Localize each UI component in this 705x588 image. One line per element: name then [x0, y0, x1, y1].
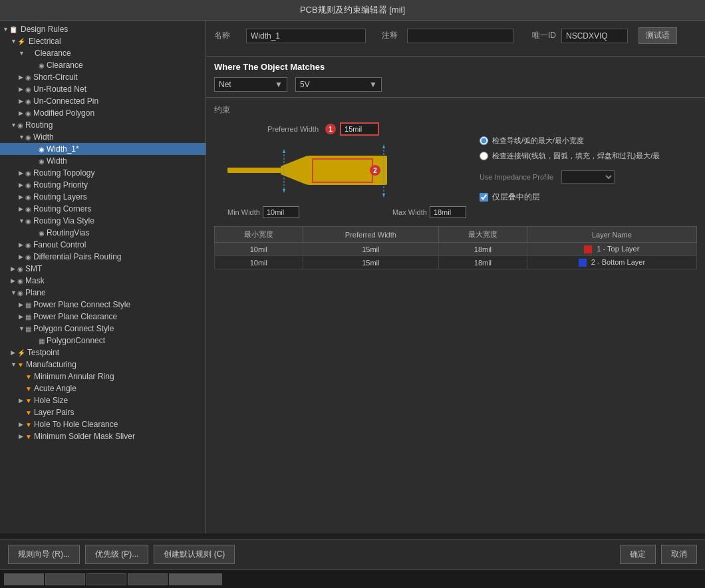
- table-row[interactable]: 10mil 15mil 18mil 1 - Top Layer: [215, 243, 697, 256]
- name-input[interactable]: [246, 29, 366, 43]
- tree-item-un-routed[interactable]: ▶ ◉ Un-Routed Net: [0, 83, 206, 95]
- max-input[interactable]: [430, 206, 466, 218]
- tree-item-acute-angle[interactable]: ▼ Acute Angle: [0, 382, 206, 394]
- minmax-row: Min Width Max Width: [227, 206, 466, 218]
- tree-item-hole-to-hole[interactable]: ▶ ▼ Hole To Hole Clearance: [0, 418, 206, 430]
- status-item-2: [45, 573, 85, 585]
- cancel-button[interactable]: 取消: [661, 545, 697, 564]
- radio-label-2: 检查连接铜(线轨，圆弧，填充，焊盘和过孔)最大/最: [492, 151, 660, 161]
- create-default-button[interactable]: 创建默认规则 (C): [154, 545, 235, 564]
- col-header-pref: Preferred Width: [303, 227, 438, 243]
- tree-item-clearance-group[interactable]: ▼ Clearance: [0, 47, 206, 59]
- status-item-4: [128, 573, 168, 585]
- diagram-wrapper: Preferred Width 1: [214, 122, 697, 218]
- tree-item-testpoint[interactable]: ▶ ⚡ Testpoint: [0, 347, 206, 359]
- width-table: 最小宽度 Preferred Width 最大宽度 Layer Name 10m…: [214, 226, 697, 269]
- svg-marker-8: [382, 194, 385, 198]
- tree-item-routing-vias[interactable]: ◉ RoutingVias: [0, 227, 206, 239]
- net-value-label: 5V: [300, 80, 310, 89]
- tree-item-routing[interactable]: ▼ ◉ Routing: [0, 119, 206, 131]
- tree-icon: ▦: [25, 325, 31, 333]
- comment-input[interactable]: [407, 29, 513, 43]
- tree-icon: ◉: [39, 62, 45, 69]
- dropdown-arrow: ▼: [369, 80, 377, 89]
- tree-label: Routing Priority: [33, 180, 88, 190]
- checkbox-row[interactable]: 仅层叠中的层: [480, 192, 697, 203]
- tree-label: Differential Pairs Routing: [33, 252, 122, 261]
- tree-item-power-plane-clearance[interactable]: ▶ ▦ Power Plane Clearance: [0, 311, 206, 323]
- tree-item-hole-size[interactable]: ▶ ▼ Hole Size: [0, 394, 206, 406]
- status-item-1: [4, 573, 44, 585]
- tree-item-routing-topology[interactable]: ▶ ◉ Routing Topology: [0, 167, 206, 179]
- tree-icon: ◉: [25, 241, 31, 249]
- priority-button[interactable]: 优先级 (P)...: [85, 545, 148, 564]
- test-button[interactable]: 测试语: [638, 27, 677, 44]
- expand-arrow: ▶: [19, 110, 25, 116]
- radio-group: 检查导线/弧的最大/最小宽度 检查连接铜(线轨，圆弧，填充，焊盘和过孔)最大/最: [480, 136, 697, 161]
- tree-item-width-1[interactable]: ◉ Width_1*: [0, 143, 206, 155]
- table-row[interactable]: 10mil 15mil 18mil 2 - Bottom Layer: [215, 256, 697, 269]
- tree-item-clearance[interactable]: ◉ Clearance: [0, 59, 206, 71]
- tree-item-fanout[interactable]: ▶ ◉ Fanout Control: [0, 239, 206, 251]
- tree-item-smt[interactable]: ▶ ◉ SMT: [0, 263, 206, 275]
- tree-label: Acute Angle: [34, 384, 76, 393]
- wizard-button[interactable]: 规则向导 (R)...: [8, 545, 80, 564]
- radio-1[interactable]: [480, 136, 488, 145]
- tree-item-routing-corners[interactable]: ▶ ◉ Routing Corners: [0, 203, 206, 215]
- ok-button[interactable]: 确定: [620, 545, 656, 564]
- tree-item-plane[interactable]: ▼ ◉ Plane: [0, 287, 206, 299]
- layer-color-badge: [579, 259, 587, 267]
- tree-label: Modified Polygon: [33, 108, 94, 118]
- max-label: Max Width: [392, 208, 427, 216]
- tree-item-polygon-connect-item[interactable]: ▦ PolygonConnect: [0, 335, 206, 347]
- expand-arrow: ▼: [11, 38, 17, 45]
- preferred-input[interactable]: [341, 124, 378, 134]
- tree-item-modified-polygon[interactable]: ▶ ◉ Modified Polygon: [0, 107, 206, 119]
- impedance-select[interactable]: [561, 170, 615, 184]
- tree-icon: ◉: [25, 74, 31, 81]
- min-input[interactable]: [263, 206, 299, 218]
- tree-item-mask[interactable]: ▶ ◉ Mask: [0, 275, 206, 287]
- where-title: Where The Object Matches: [214, 62, 697, 72]
- radio-2[interactable]: [480, 152, 488, 160]
- radio-item-2[interactable]: 检查连接铜(线轨，圆弧，填充，焊盘和过孔)最大/最: [480, 151, 697, 161]
- tree-item-power-plane-connect[interactable]: ▶ ▦ Power Plane Connect Style: [0, 299, 206, 311]
- expand-arrow: ▶: [19, 313, 25, 320]
- tree-label: Manufacturing: [26, 360, 76, 369]
- tree-item-width[interactable]: ◉ Width: [0, 155, 206, 167]
- tree-item-routing-priority[interactable]: ▶ ◉ Routing Priority: [0, 179, 206, 191]
- svg-marker-5: [283, 189, 285, 193]
- tree-item-routing-via-style[interactable]: ▼ ◉ Routing Via Style: [0, 215, 206, 227]
- expand-arrow: ▼: [19, 218, 25, 224]
- net-dropdown[interactable]: Net ▼: [214, 77, 287, 92]
- tree-icon: ▼: [25, 373, 32, 380]
- tree-item-min-solder-mask[interactable]: ▶ ▼ Minimum Solder Mask Sliver: [0, 430, 206, 442]
- tree-item-manufacturing[interactable]: ▼ ▼ Manufacturing: [0, 359, 206, 370]
- expand-arrow: ▶: [19, 253, 25, 260]
- tree-item-un-connected[interactable]: ▶ ◉ Un-Connected Pin: [0, 95, 206, 107]
- tree-item-width-group[interactable]: ▼ ◉ Width: [0, 131, 206, 143]
- id-input[interactable]: [561, 29, 628, 43]
- tree-panel: ▼ 📋 Design Rules ▼ ⚡ Electrical ▼ Cleara…: [0, 21, 206, 533]
- radio-item-1[interactable]: 检查导线/弧的最大/最小宽度: [480, 136, 697, 146]
- net-value-dropdown[interactable]: 5V ▼: [295, 77, 382, 92]
- tree-label: Mask: [25, 276, 45, 285]
- tree-item-electrical[interactable]: ▼ ⚡ Electrical: [0, 35, 206, 47]
- tree-item-polygon-connect[interactable]: ▼ ▦ Polygon Connect Style: [0, 323, 206, 335]
- tree-icon: ▦: [25, 313, 31, 321]
- tree-item-min-annular[interactable]: ▼ Minimum Annular Ring: [0, 370, 206, 382]
- tree-item-layer-pairs[interactable]: ▼ Layer Pairs: [0, 406, 206, 418]
- tree-icon: ▼: [25, 385, 32, 392]
- layer-checkbox[interactable]: [480, 193, 488, 202]
- tree-item-short-circuit[interactable]: ▶ ◉ Short-Circuit: [0, 71, 206, 83]
- tree-item-routing-layers[interactable]: ▶ ◉ Routing Layers: [0, 191, 206, 203]
- expand-arrow: ▼: [19, 50, 25, 57]
- tree-label: Testpoint: [27, 348, 59, 357]
- preferred-row: Preferred Width 1: [267, 122, 466, 136]
- tree-item-design-rules[interactable]: ▼ 📋 Design Rules: [0, 23, 206, 35]
- tree-item-diff-pairs[interactable]: ▶ ◉ Differential Pairs Routing: [0, 251, 206, 263]
- status-item-3: [86, 573, 126, 585]
- tree-label: Electrical: [29, 37, 61, 46]
- radio-label-1: 检查导线/弧的最大/最小宽度: [492, 136, 584, 146]
- tree-label: Minimum Solder Mask Sliver: [34, 432, 135, 441]
